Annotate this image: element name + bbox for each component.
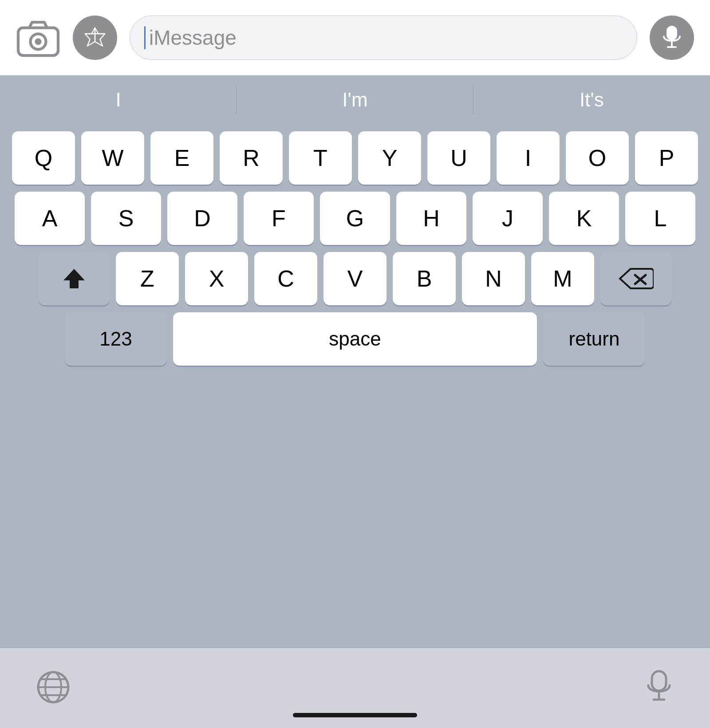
imessage-input[interactable]: iMessage [130,16,637,60]
svg-point-2 [35,38,42,45]
backspace-key[interactable] [600,252,671,305]
key-g[interactable]: G [320,192,390,245]
key-o[interactable]: O [566,131,629,185]
key-n[interactable]: N [462,252,525,305]
key-v[interactable]: V [323,252,387,305]
numbers-key[interactable]: 123 [65,312,167,366]
key-t[interactable]: T [289,131,352,185]
autocomplete-bar: I I'm It's [0,75,710,124]
key-e[interactable]: E [150,131,213,185]
keyboard-row-2: A S D F G H J K L [4,192,706,245]
key-x[interactable]: X [185,252,248,305]
space-key[interactable]: space [173,312,537,366]
svg-rect-13 [652,671,666,691]
key-u[interactable]: U [427,131,490,185]
system-bar [0,648,710,728]
autocomplete-item-0[interactable]: I [0,75,237,124]
svg-rect-3 [667,26,677,40]
key-y[interactable]: Y [358,131,421,185]
home-indicator [293,713,417,717]
key-l[interactable]: L [625,192,695,245]
key-s[interactable]: S [91,192,161,245]
key-z[interactable]: Z [116,252,179,305]
mic-system-icon[interactable] [643,669,674,707]
key-r[interactable]: R [220,131,283,185]
key-w[interactable]: W [81,131,144,185]
mic-button[interactable] [650,16,694,60]
key-a[interactable]: A [15,192,85,245]
autocomplete-item-2[interactable]: It's [473,75,710,124]
text-cursor [144,26,146,49]
key-q[interactable]: Q [12,131,75,185]
keyboard-row-3: Z X C V B N M [4,252,706,305]
key-d[interactable]: D [167,192,237,245]
appstore-button[interactable] [73,16,117,60]
key-p[interactable]: P [635,131,698,185]
return-key[interactable]: return [543,312,645,366]
keyboard: Q W E R T Y U I O P A S D F G H J K L Z … [0,124,710,648]
key-h[interactable]: H [396,192,466,245]
camera-button[interactable] [16,16,60,60]
globe-icon[interactable] [36,669,71,707]
autocomplete-item-1[interactable]: I'm [237,75,473,124]
key-c[interactable]: C [254,252,317,305]
input-placeholder: iMessage [149,26,237,50]
key-b[interactable]: B [393,252,456,305]
key-j[interactable]: J [473,192,543,245]
keyboard-row-1: Q W E R T Y U I O P [4,131,706,185]
keyboard-row-bottom: 123 space return [4,312,706,370]
key-k[interactable]: K [549,192,619,245]
key-i[interactable]: I [497,131,560,185]
toolbar: iMessage [0,0,710,75]
key-f[interactable]: F [244,192,314,245]
key-m[interactable]: M [531,252,594,305]
shift-key[interactable] [39,252,110,305]
